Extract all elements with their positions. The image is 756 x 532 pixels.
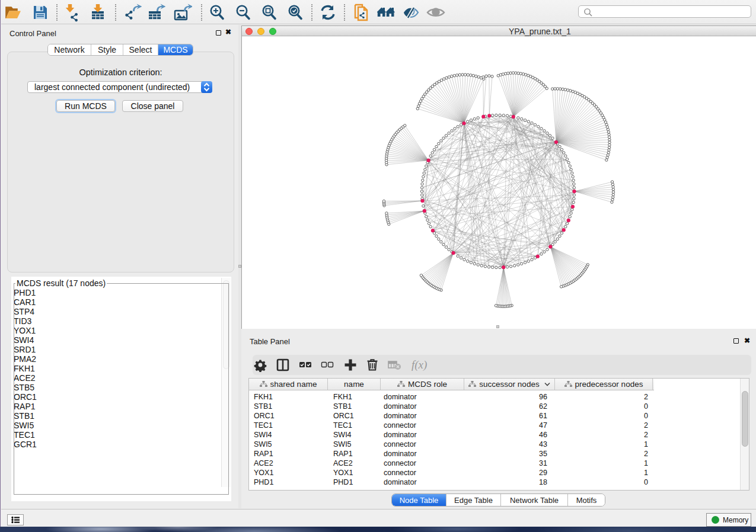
svg-text:f(x): f(x) [412, 358, 427, 371]
